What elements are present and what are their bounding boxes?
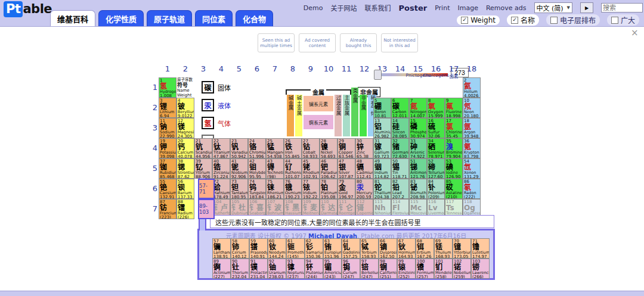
element-cell[interactable]: 53碘Iodine126.90 [445,158,463,179]
element-cell[interactable]: 23钒Vanadium50.942 [230,138,248,158]
ad-feedback-notinterested-button[interactable]: Not interested in this ad [381,33,418,52]
element-cell[interactable]: 102锘Nobelium(259) [453,258,471,279]
tab-wikipedia[interactable]: 维基百科 [50,10,95,26]
element-cell[interactable]: 86氡Radon(222) [463,179,481,199]
element-cell[interactable]: 48镉Cadmium112.41 [355,158,373,179]
element-cell[interactable]: 20钙Calcium40.078 [177,138,194,158]
element-cell[interactable]: 19钾Potassium39.098 [159,138,177,158]
element-cell[interactable]: 95镅Americium(243) [323,258,342,279]
element-cell[interactable]: 99锿Einsteinium(252) [397,258,416,279]
element-cell[interactable]: 63铕Europium151.96 [323,238,342,258]
element-cell[interactable]: 68铒Erbium167.26 [416,238,434,258]
link-contact[interactable]: 联系我们 [365,3,391,13]
element-cell[interactable]: 59镨Praseodymium140.91 [249,238,268,258]
element-cell[interactable]: 78铂Platinum195.08 [320,179,338,199]
element-cell[interactable]: 13铝Aluminium26.982 [373,118,391,138]
ad-feedback-seen-button[interactable]: Seen this ad multiple times [258,33,295,52]
element-cell[interactable]: 77铱Iridium192.22 [302,179,320,199]
element-cell[interactable]: 58铈Cerium140.12 [231,238,249,258]
element-cell[interactable]: 82铅Lead207.2 [391,179,409,199]
element-cell[interactable]: 34硒Selenium78.971 [427,138,445,158]
element-cell[interactable]: 57镧Lanthanum138.91 [212,238,231,258]
element-cell[interactable]: 27钴Cobalt58.933 [302,138,320,158]
element-cell[interactable]: 11钠Sodium22.990 [159,118,177,138]
element-cell[interactable]: 44钌Ruthenium101.07 [284,158,302,179]
element-cell[interactable]: 56钡Barium137.33 [177,179,194,199]
link-demo[interactable]: Demo [304,4,323,12]
element-cell[interactable]: 62钐Samarium150.36 [305,238,323,258]
element-cell[interactable]: 70镱Ytterbium173.05 [453,238,471,258]
element-cell[interactable]: 10氖Neon20.180 [463,98,481,118]
element-cell[interactable]: 55铯Caesium132.91 [159,179,177,199]
element-cell[interactable]: 24铬Chromium51.996 [248,138,266,158]
ad-feedback-covered-button[interactable]: Ad covered content [299,33,336,52]
element-cell[interactable]: 4铍Beryllium9.0122 [177,98,194,118]
element-cell[interactable]: 72铪Hafnium178.49 [212,179,230,199]
go-button[interactable]: ▶ [580,2,593,13]
element-cell[interactable]: 91镤Protactinium231.04 [249,258,268,279]
series-marker-cell[interactable]: 89-103 [198,199,215,219]
element-cell[interactable]: 101钔Mendelevium(258) [434,258,453,279]
element-cell[interactable]: 32锗Germanium72.630 [391,138,409,158]
element-cell[interactable]: 50锡Tin118.71 [391,158,409,179]
element-cell[interactable]: 85砹Astatine(210) [445,179,463,199]
element-cell[interactable]: 93镎Neptunium(237) [286,258,305,279]
element-cell[interactable]: 18氩Argon39.948 [463,118,481,138]
element-cell[interactable]: 45铑Rhodium102.91 [302,158,320,179]
element-cell[interactable]: 37铷Rubidium85.468 [159,158,177,179]
tab-properties[interactable]: 化学性质 [98,10,144,26]
tab-isotopes[interactable]: 同位素 [195,10,233,26]
element-cell[interactable]: 66镝Dysprosium162.50 [379,238,397,258]
element-cell[interactable]: 81铊Thallium204.38 [373,179,391,199]
toggle-wide[interactable]: 广大 [607,14,639,26]
element-cell[interactable]: 17氯Chlorine35.45 [445,118,463,138]
search-input[interactable] [601,3,643,13]
element-cell[interactable]: 103铹Lawrencium(266) [471,258,490,279]
element-cell[interactable]: 51锑Antimony121.76 [409,158,427,179]
language-select[interactable]: 中文 (简) ▼ [534,2,572,13]
element-cell[interactable]: 22钛Titanium47.867 [212,138,230,158]
element-cell[interactable]: 1氢Hydrogen1.008 [159,77,177,98]
close-icon[interactable]: × [631,27,639,38]
element-cell[interactable]: 47银Silver107.87 [338,158,355,179]
series-marker-cell[interactable]: 57-71 [198,179,215,199]
element-cell[interactable]: 3锂Lithium6.94 [159,98,177,118]
element-cell[interactable]: 9氟Fluorine18.998 [445,98,463,118]
element-cell[interactable]: 90钍Thorium232.04 [231,258,249,279]
element-cell[interactable]: 8氧Oxygen15.999 [427,98,445,118]
element-cell[interactable]: 83铋Bismuth208.98 [409,179,427,199]
element-cell[interactable]: 29铜Copper63.546 [338,138,355,158]
element-cell[interactable]: 52碲Tellurium127.60 [427,158,445,179]
element-cell[interactable]: 61钷Promethium(145) [286,238,305,258]
element-cell[interactable]: 5硼Boron10.81 [373,98,391,118]
element-cell[interactable]: 79金Gold196.97 [338,179,355,199]
element-cell[interactable]: 2氦Helium4.0026 [463,77,481,98]
element-cell[interactable]: 76锇Osmium190.23 [284,179,302,199]
temperature-slider-handle[interactable] [374,70,382,80]
element-cell[interactable]: 39钇Yttrium88.906 [194,158,212,179]
element-cell[interactable]: 64钆Gadolinium157.25 [342,238,360,258]
element-cell[interactable]: 89锕Actinium(227) [212,258,231,279]
element-cell[interactable]: 31镓Gallium69.723 [373,138,391,158]
element-cell[interactable]: 87钫Francium(223) [159,199,177,219]
link-about[interactable]: 关于网站 [331,3,357,13]
element-cell[interactable]: 6碳Carbon12.011 [391,98,409,118]
element-cell[interactable]: 100镄Fermium(257) [416,258,434,279]
link-print[interactable]: Print [435,4,450,12]
element-cell[interactable]: 54氙Xenon131.29 [463,158,481,179]
toggle-weight[interactable]: ✓ Weight [457,15,500,25]
element-cell[interactable]: 43锝Technetium(98) [266,158,284,179]
element-cell[interactable]: 49铟Indium114.82 [373,158,391,179]
element-cell[interactable]: 33砷Arsenic74.922 [409,138,427,158]
element-cell[interactable]: 67钬Holmium164.93 [397,238,416,258]
element-cell[interactable]: 69铥Thulium168.93 [434,238,453,258]
element-cell[interactable]: 40锆Zirconium91.224 [212,158,230,179]
tab-compounds[interactable]: 化合物 [236,10,273,26]
toggle-name[interactable]: ✓ 名称 [507,14,539,26]
ad-feedback-bought-button[interactable]: Already bought this [340,33,377,52]
element-cell[interactable]: 28镍Nickel58.693 [320,138,338,158]
link-remove-ads[interactable]: Remove ads [486,4,527,12]
ptable-logo[interactable]: Ptable [4,2,52,16]
element-cell[interactable]: 14硅Silicon28.085 [391,118,409,138]
element-cell[interactable]: 38锶Strontium87.62 [177,158,194,179]
